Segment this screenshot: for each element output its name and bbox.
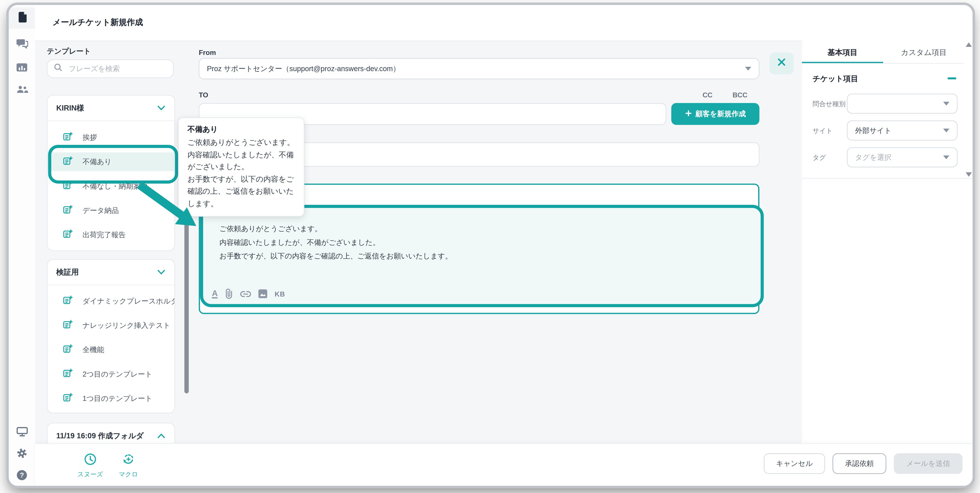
tab-label: カスタム項目: [901, 47, 947, 58]
close-button[interactable]: [770, 52, 794, 75]
footer-bar: スヌーズ マクロ キャンセル 承認依頼 メールを送信: [35, 443, 972, 486]
from-value: Proz サポートセンター（support@proz-answers-dev.c…: [207, 64, 400, 73]
template-group-header[interactable]: KIRIN様: [48, 96, 174, 121]
cc-toggle[interactable]: CC: [702, 91, 712, 99]
tabs-divider: [802, 63, 964, 64]
template-item[interactable]: 挨拶: [48, 128, 174, 147]
ticket-properties-panel: 基本項目 カスタム項目 チケット項目 問合せ種別 サイト 外部サイト タグ タグ…: [802, 5, 972, 486]
nav-item-tickets[interactable]: [9, 8, 35, 29]
select-value: 外部サイト: [855, 126, 891, 135]
nav-item-help[interactable]: ?: [9, 466, 35, 486]
snooze-button[interactable]: スヌーズ: [78, 453, 103, 479]
field-label: サイト: [813, 127, 833, 135]
app-window: ? メールチケット新規作成 テ太 テスト 太郎 受付可能 テンプレート KIRI…: [9, 5, 972, 486]
template-item[interactable]: 全機能: [48, 340, 174, 359]
cancel-button[interactable]: キャンセル: [764, 453, 825, 474]
search-icon: [54, 63, 62, 74]
section-divider: [802, 178, 972, 179]
create-customer-button[interactable]: 顧客を新規作成: [671, 103, 759, 125]
macro-label: マクロ: [119, 470, 138, 479]
template-item-label: ナレッジリンク挿入テスト: [83, 320, 170, 330]
field-label: タグ: [813, 154, 826, 162]
template-add-icon: [62, 155, 73, 168]
bcc-toggle[interactable]: BCC: [732, 91, 748, 99]
create-customer-label: 顧客を新規作成: [695, 109, 746, 119]
chevron-down-icon: [157, 266, 165, 278]
template-add-icon: [62, 294, 73, 308]
template-search[interactable]: [47, 59, 174, 78]
template-item-label: 挨拶: [83, 133, 97, 142]
page-title: メールチケット新規作成: [52, 17, 143, 28]
template-add-icon: [62, 343, 73, 356]
template-item-label: 出荷完了報告: [83, 230, 126, 239]
template-item-label: ダイナミックプレースホルダ: [83, 296, 174, 306]
template-search-input[interactable]: [67, 64, 167, 73]
editor-toolbar: A KB: [212, 289, 285, 299]
macro-icon: [122, 453, 135, 468]
tab-basic-fields[interactable]: 基本項目: [802, 43, 883, 62]
group-name: 11/19 16:09 作成フォルダ: [56, 430, 144, 441]
nav-item-customers[interactable]: [9, 80, 35, 101]
template-item-label: データ納品: [83, 206, 119, 215]
template-item-label: 不備あり: [83, 157, 112, 166]
template-add-icon: [62, 368, 73, 380]
tab-custom-fields[interactable]: カスタム項目: [883, 43, 964, 62]
template-add-icon: [62, 204, 73, 217]
template-add-icon: [62, 131, 73, 144]
attachment-icon[interactable]: [224, 289, 233, 299]
tab-label: 基本項目: [827, 47, 858, 58]
monitor-icon: [16, 426, 28, 439]
template-group-header[interactable]: 検証用: [48, 260, 174, 285]
approval-request-button[interactable]: 承認依頼: [833, 453, 886, 474]
template-panel-label: テンプレート: [47, 47, 91, 56]
select-placeholder: タグを選択: [855, 153, 891, 162]
text-format-icon[interactable]: A: [212, 289, 218, 298]
gear-icon: [16, 448, 27, 461]
group-name: KIRIN様: [56, 103, 84, 113]
group-name: 検証用: [56, 267, 79, 278]
nav-item-chat[interactable]: [9, 34, 35, 55]
template-item-label: 全機能: [83, 345, 104, 355]
link-icon[interactable]: [240, 290, 251, 297]
section-title: チケット項目: [813, 74, 858, 84]
macro-button[interactable]: マクロ: [119, 453, 138, 479]
template-item[interactable]: 1つ目のテンプレート: [48, 389, 174, 408]
nav-item-settings[interactable]: [9, 444, 35, 465]
tooltip-body: ご依頼ありがとうございます。 内容確認いたしましたが、不備がございました。 お手…: [188, 137, 295, 210]
template-item-label: 1つ目のテンプレート: [83, 394, 153, 403]
nav-item-workspace[interactable]: [9, 422, 35, 443]
template-add-icon: [62, 179, 73, 193]
template-item[interactable]: ダイナミックプレースホルダ: [48, 292, 174, 311]
image-icon[interactable]: [258, 289, 268, 298]
tags-select[interactable]: タグを選択: [847, 147, 958, 167]
people-icon: [16, 85, 28, 96]
document-icon: [17, 11, 27, 25]
chat-icon: [16, 38, 28, 51]
template-item[interactable]: ナレッジリンク挿入テスト: [48, 316, 174, 335]
site-select[interactable]: 外部サイト: [847, 120, 958, 141]
knowledge-base-icon[interactable]: KB: [275, 290, 285, 297]
send-mail-button[interactable]: メールを送信: [894, 453, 963, 474]
template-group-validation: 検証用 ダイナミックプレースホルダ ナレッジリンク挿入テスト 全機能 2つ目のテ…: [47, 259, 175, 413]
bar-chart-icon: [16, 63, 27, 74]
template-add-icon: [62, 319, 73, 332]
collapse-minus-icon[interactable]: [948, 78, 956, 79]
annotation-highlight-editor: ご依頼ありがとうございます。 内容確認いたしましたが、不備がございました。 お手…: [200, 205, 764, 307]
editor-body-text[interactable]: ご依頼ありがとうございます。 内容確認いたしましたが、不備がございました。 お手…: [220, 222, 452, 263]
template-add-icon: [62, 392, 73, 405]
panel-scroll-up-arrow[interactable]: [966, 43, 972, 47]
template-item-selected[interactable]: 不備あり: [48, 152, 174, 171]
to-label: TO: [199, 91, 208, 99]
chevron-up-icon: [157, 430, 165, 441]
caret-down-icon: [745, 67, 751, 70]
editor-line: お手数ですが、以下の内容をご確認の上、ご返信をお願いいたします。: [220, 249, 452, 263]
field-label: 問合せ種別: [813, 100, 845, 109]
template-item-label: 2つ目のテンプレート: [83, 369, 153, 379]
panel-scroll-down-arrow[interactable]: [966, 173, 972, 177]
nav-item-reports[interactable]: [9, 58, 35, 79]
template-item[interactable]: 2つ目のテンプレート: [48, 365, 174, 384]
inquiry-type-select[interactable]: [847, 94, 958, 114]
annotation-arrow-icon: [135, 182, 198, 228]
clock-icon: [84, 453, 97, 468]
from-select[interactable]: Proz サポートセンター（support@proz-answers-dev.c…: [199, 58, 759, 79]
